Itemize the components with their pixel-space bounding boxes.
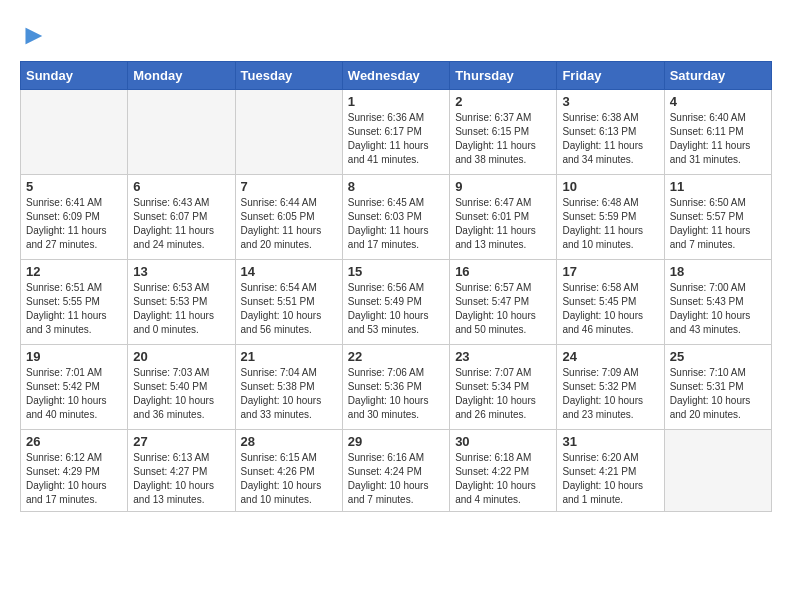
weekday-header: Saturday [664,61,771,89]
calendar-cell: 12Sunrise: 6:51 AMSunset: 5:55 PMDayligh… [21,259,128,344]
cell-info: Sunrise: 6:20 AMSunset: 4:21 PMDaylight:… [562,451,658,507]
calendar-cell: 27Sunrise: 6:13 AMSunset: 4:27 PMDayligh… [128,429,235,511]
cell-info: Sunrise: 6:13 AMSunset: 4:27 PMDaylight:… [133,451,229,507]
cell-info: Sunrise: 6:48 AMSunset: 5:59 PMDaylight:… [562,196,658,252]
cell-info: Sunrise: 7:06 AMSunset: 5:36 PMDaylight:… [348,366,444,422]
calendar-cell: 13Sunrise: 6:53 AMSunset: 5:53 PMDayligh… [128,259,235,344]
calendar-week-row: 19Sunrise: 7:01 AMSunset: 5:42 PMDayligh… [21,344,772,429]
weekday-header: Monday [128,61,235,89]
cell-info: Sunrise: 6:38 AMSunset: 6:13 PMDaylight:… [562,111,658,167]
day-number: 25 [670,349,766,364]
calendar-cell: 9Sunrise: 6:47 AMSunset: 6:01 PMDaylight… [450,174,557,259]
calendar-cell: 24Sunrise: 7:09 AMSunset: 5:32 PMDayligh… [557,344,664,429]
day-number: 3 [562,94,658,109]
cell-info: Sunrise: 6:54 AMSunset: 5:51 PMDaylight:… [241,281,337,337]
cell-info: Sunrise: 7:10 AMSunset: 5:31 PMDaylight:… [670,366,766,422]
day-number: 24 [562,349,658,364]
logo-text: ► [20,20,48,51]
calendar-cell: 28Sunrise: 6:15 AMSunset: 4:26 PMDayligh… [235,429,342,511]
weekday-header-row: SundayMondayTuesdayWednesdayThursdayFrid… [21,61,772,89]
day-number: 13 [133,264,229,279]
calendar-cell: 6Sunrise: 6:43 AMSunset: 6:07 PMDaylight… [128,174,235,259]
calendar-cell: 25Sunrise: 7:10 AMSunset: 5:31 PMDayligh… [664,344,771,429]
logo-icon: ► [20,19,48,50]
calendar-cell [128,89,235,174]
day-number: 27 [133,434,229,449]
calendar-cell: 16Sunrise: 6:57 AMSunset: 5:47 PMDayligh… [450,259,557,344]
day-number: 5 [26,179,122,194]
day-number: 29 [348,434,444,449]
day-number: 9 [455,179,551,194]
calendar-cell: 19Sunrise: 7:01 AMSunset: 5:42 PMDayligh… [21,344,128,429]
calendar-cell: 5Sunrise: 6:41 AMSunset: 6:09 PMDaylight… [21,174,128,259]
day-number: 26 [26,434,122,449]
weekday-header: Tuesday [235,61,342,89]
calendar-cell [664,429,771,511]
weekday-header: Friday [557,61,664,89]
cell-info: Sunrise: 6:56 AMSunset: 5:49 PMDaylight:… [348,281,444,337]
day-number: 12 [26,264,122,279]
cell-info: Sunrise: 6:40 AMSunset: 6:11 PMDaylight:… [670,111,766,167]
cell-info: Sunrise: 6:53 AMSunset: 5:53 PMDaylight:… [133,281,229,337]
cell-info: Sunrise: 6:58 AMSunset: 5:45 PMDaylight:… [562,281,658,337]
day-number: 15 [348,264,444,279]
calendar-cell: 18Sunrise: 7:00 AMSunset: 5:43 PMDayligh… [664,259,771,344]
day-number: 16 [455,264,551,279]
calendar-cell: 14Sunrise: 6:54 AMSunset: 5:51 PMDayligh… [235,259,342,344]
cell-info: Sunrise: 6:37 AMSunset: 6:15 PMDaylight:… [455,111,551,167]
calendar-cell: 4Sunrise: 6:40 AMSunset: 6:11 PMDaylight… [664,89,771,174]
day-number: 19 [26,349,122,364]
calendar-week-row: 5Sunrise: 6:41 AMSunset: 6:09 PMDaylight… [21,174,772,259]
calendar-cell: 8Sunrise: 6:45 AMSunset: 6:03 PMDaylight… [342,174,449,259]
cell-info: Sunrise: 7:07 AMSunset: 5:34 PMDaylight:… [455,366,551,422]
day-number: 14 [241,264,337,279]
calendar-cell [21,89,128,174]
day-number: 22 [348,349,444,364]
cell-info: Sunrise: 7:00 AMSunset: 5:43 PMDaylight:… [670,281,766,337]
day-number: 21 [241,349,337,364]
weekday-header: Sunday [21,61,128,89]
day-number: 30 [455,434,551,449]
cell-info: Sunrise: 6:41 AMSunset: 6:09 PMDaylight:… [26,196,122,252]
calendar-cell: 3Sunrise: 6:38 AMSunset: 6:13 PMDaylight… [557,89,664,174]
day-number: 20 [133,349,229,364]
weekday-header: Wednesday [342,61,449,89]
cell-info: Sunrise: 6:51 AMSunset: 5:55 PMDaylight:… [26,281,122,337]
calendar-cell: 21Sunrise: 7:04 AMSunset: 5:38 PMDayligh… [235,344,342,429]
cell-info: Sunrise: 6:44 AMSunset: 6:05 PMDaylight:… [241,196,337,252]
calendar-week-row: 1Sunrise: 6:36 AMSunset: 6:17 PMDaylight… [21,89,772,174]
cell-info: Sunrise: 6:57 AMSunset: 5:47 PMDaylight:… [455,281,551,337]
calendar-cell: 10Sunrise: 6:48 AMSunset: 5:59 PMDayligh… [557,174,664,259]
cell-info: Sunrise: 7:09 AMSunset: 5:32 PMDaylight:… [562,366,658,422]
cell-info: Sunrise: 7:03 AMSunset: 5:40 PMDaylight:… [133,366,229,422]
cell-info: Sunrise: 6:45 AMSunset: 6:03 PMDaylight:… [348,196,444,252]
cell-info: Sunrise: 6:12 AMSunset: 4:29 PMDaylight:… [26,451,122,507]
day-number: 18 [670,264,766,279]
cell-info: Sunrise: 6:18 AMSunset: 4:22 PMDaylight:… [455,451,551,507]
calendar-week-row: 12Sunrise: 6:51 AMSunset: 5:55 PMDayligh… [21,259,772,344]
day-number: 2 [455,94,551,109]
logo: ► [20,20,48,51]
calendar-cell: 29Sunrise: 6:16 AMSunset: 4:24 PMDayligh… [342,429,449,511]
page-header: ► [20,20,772,51]
calendar-cell: 11Sunrise: 6:50 AMSunset: 5:57 PMDayligh… [664,174,771,259]
day-number: 11 [670,179,766,194]
cell-info: Sunrise: 6:43 AMSunset: 6:07 PMDaylight:… [133,196,229,252]
calendar-cell: 7Sunrise: 6:44 AMSunset: 6:05 PMDaylight… [235,174,342,259]
day-number: 31 [562,434,658,449]
day-number: 8 [348,179,444,194]
calendar-cell: 30Sunrise: 6:18 AMSunset: 4:22 PMDayligh… [450,429,557,511]
calendar-cell [235,89,342,174]
calendar-cell: 26Sunrise: 6:12 AMSunset: 4:29 PMDayligh… [21,429,128,511]
calendar-cell: 20Sunrise: 7:03 AMSunset: 5:40 PMDayligh… [128,344,235,429]
day-number: 7 [241,179,337,194]
calendar-cell: 23Sunrise: 7:07 AMSunset: 5:34 PMDayligh… [450,344,557,429]
cell-info: Sunrise: 6:15 AMSunset: 4:26 PMDaylight:… [241,451,337,507]
day-number: 23 [455,349,551,364]
day-number: 6 [133,179,229,194]
calendar-week-row: 26Sunrise: 6:12 AMSunset: 4:29 PMDayligh… [21,429,772,511]
cell-info: Sunrise: 6:47 AMSunset: 6:01 PMDaylight:… [455,196,551,252]
day-number: 4 [670,94,766,109]
cell-info: Sunrise: 7:01 AMSunset: 5:42 PMDaylight:… [26,366,122,422]
cell-info: Sunrise: 6:36 AMSunset: 6:17 PMDaylight:… [348,111,444,167]
